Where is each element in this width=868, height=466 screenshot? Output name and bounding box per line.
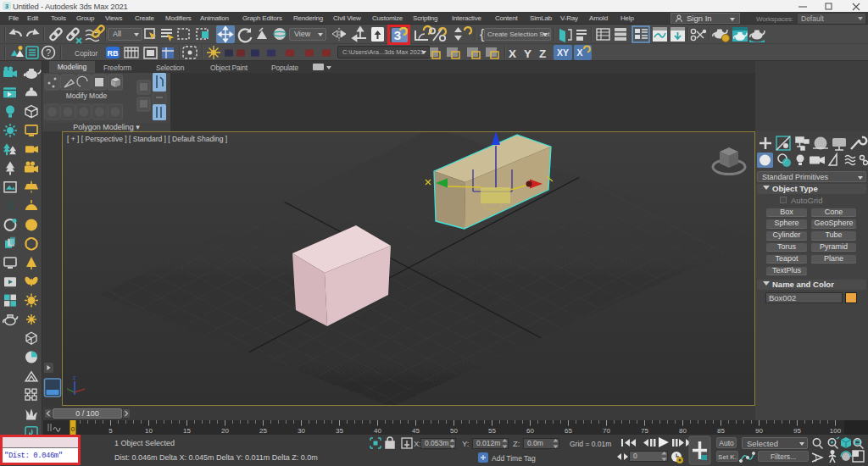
svg-text:85: 85 xyxy=(717,427,725,435)
svg-text:20: 20 xyxy=(221,427,229,435)
svg-text:Y:: Y: xyxy=(462,439,469,448)
svg-text:XY: XY xyxy=(557,47,569,58)
svg-text:X: X xyxy=(509,47,516,60)
svg-text:30: 30 xyxy=(298,427,305,435)
svg-text:Add Time Tag: Add Time Tag xyxy=(492,454,536,463)
svg-text:Y: Y xyxy=(524,47,531,60)
svg-text:55: 55 xyxy=(488,427,496,435)
svg-text:35: 35 xyxy=(336,427,343,435)
svg-text:z: z xyxy=(73,374,76,380)
svg-text:80: 80 xyxy=(679,427,687,435)
svg-text:Z: Z xyxy=(539,47,546,60)
svg-text:75: 75 xyxy=(641,427,648,435)
svg-text:100: 100 xyxy=(830,427,842,435)
svg-text:40: 40 xyxy=(374,427,381,435)
svg-text:X: X xyxy=(576,47,582,58)
svg-text:15: 15 xyxy=(183,427,191,435)
svg-text:50: 50 xyxy=(450,427,458,435)
svg-text:0: 0 xyxy=(71,425,75,433)
svg-text:45: 45 xyxy=(412,427,420,435)
svg-text:10: 10 xyxy=(145,427,153,435)
svg-text:95: 95 xyxy=(793,427,801,435)
svg-text:Z:: Z: xyxy=(513,439,520,448)
svg-text:?: ? xyxy=(46,47,51,58)
svg-text:60: 60 xyxy=(526,427,534,435)
svg-text:Modify Mode: Modify Mode xyxy=(66,92,108,100)
svg-text:Grid = 0.01m: Grid = 0.01m xyxy=(570,440,611,448)
svg-text:90: 90 xyxy=(755,427,763,435)
svg-text:RB: RB xyxy=(108,49,119,58)
svg-text:3: 3 xyxy=(5,3,9,10)
svg-text:Copitor: Copitor xyxy=(75,49,98,58)
svg-text:65: 65 xyxy=(565,427,572,435)
svg-text:25: 25 xyxy=(259,427,267,435)
svg-text:5: 5 xyxy=(108,427,113,435)
svg-text:70: 70 xyxy=(603,427,610,435)
